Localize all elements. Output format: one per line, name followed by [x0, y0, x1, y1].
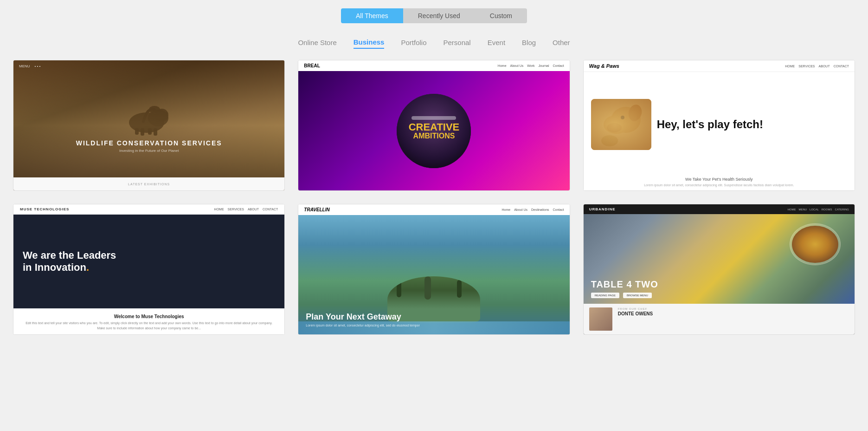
svg-rect-4: [135, 128, 139, 135]
svg-point-13: [626, 103, 643, 123]
muse-headline: We are the Leadersin Innovation.: [23, 249, 116, 274]
urban-chef-image: [589, 307, 612, 331]
urban-bottom: FROM OUR CHEF DONTE OWENS: [584, 304, 855, 334]
creative-line2: AMBITIONS: [409, 132, 460, 140]
travel-nav-contact: Contact: [553, 208, 564, 211]
svg-point-10: [611, 107, 641, 133]
creative-nav-home: Home: [498, 64, 507, 67]
creative-nav-journal: Journal: [539, 64, 549, 67]
cat-portfolio[interactable]: Portfolio: [401, 36, 426, 49]
travel-hero: Plan Your Next Getaway Lorem ipsum dolor…: [298, 215, 569, 334]
travel-content: Plan Your Next Getaway Lorem ipsum dolor…: [306, 312, 420, 327]
wildlife-nav: MENU • • •: [13, 60, 284, 72]
muse-nav-about: ABOUT: [248, 208, 259, 211]
travel-sub: Lorem ipsum dolor sit amet, consectetur …: [306, 324, 420, 327]
category-tab-bar: Online Store Business Portfolio Personal…: [0, 23, 868, 60]
urban-overlay: TABLE 4 TWO READING PAGE BROWSE MENU: [584, 274, 666, 304]
wag-nav: Wag & Paws HOME SERVICES ABOUT CONTACT: [584, 60, 855, 72]
urban-chef-name: DONTE OWENS: [618, 311, 849, 316]
theme-preview-wag: Wag & Paws HOME SERVICES ABOUT CONTACT: [584, 60, 855, 190]
urban-buttons: READING PAGE BROWSE MENU: [591, 293, 658, 298]
urban-nav: URBANDINE HOME MENU LOCAL ROOMS CATERING: [584, 204, 855, 214]
wildlife-nav-dots: • • •: [35, 64, 41, 68]
wag-headline: Hey, let's play fetch!: [657, 118, 847, 131]
wildlife-footer: LATEST EXHIBITIONS: [13, 177, 284, 190]
creative-nav-links: Home About Us Work Journal Contact: [498, 64, 564, 67]
travel-headline: Plan Your Next Getaway: [306, 312, 420, 322]
creative-line1: CREATIVE: [409, 122, 460, 132]
tab-recently-used[interactable]: Recently Used: [403, 8, 475, 23]
creative-nav: BREAL Home About Us Work Journal Contact: [298, 60, 569, 71]
cat-other[interactable]: Other: [553, 36, 570, 49]
tab-all-themes[interactable]: All Themes: [341, 8, 403, 23]
urban-nav-rooms: ROOMS: [822, 208, 832, 211]
urban-nav-menu: MENU: [798, 208, 807, 211]
svg-point-0: [129, 112, 164, 133]
svg-point-11: [604, 115, 630, 134]
cat-online-store[interactable]: Online Store: [298, 36, 336, 49]
theme-card-wag[interactable]: Wag & Paws HOME SERVICES ABOUT CONTACT: [583, 60, 855, 191]
cat-event[interactable]: Event: [488, 36, 505, 49]
travel-nav-home: Home: [502, 208, 511, 211]
muse-footer-content: Welcome to Muse Technologies Edit this t…: [13, 308, 284, 334]
travel-nav-about: About Us: [514, 208, 527, 211]
theme-preview-urban: URBANDINE HOME MENU LOCAL ROOMS CATERING: [584, 204, 855, 334]
urban-nav-links: HOME MENU LOCAL ROOMS CATERING: [787, 208, 849, 211]
theme-preview-travel: TRAVELLIN Home About Us Destinations Con…: [298, 204, 569, 334]
wildlife-title: WILDLIFE CONSERVATION SERVICES: [76, 139, 222, 147]
urban-btn-reading: READING PAGE: [591, 293, 619, 298]
cat-business[interactable]: Business: [354, 36, 385, 49]
urban-nav-local: LOCAL: [810, 208, 819, 211]
urban-table-text: TABLE 4 TWO: [591, 279, 658, 290]
cat-blog[interactable]: Blog: [522, 36, 536, 49]
wag-hero: Hey, let's play fetch!: [584, 72, 855, 177]
svg-point-3: [149, 106, 160, 113]
muse-nav-services: SERVICES: [228, 208, 244, 211]
travel-nav: TRAVELLIN Home About Us Destinations Con…: [298, 204, 569, 215]
svg-point-14: [621, 116, 624, 119]
wag-tagline: We Take Your Pet's Health Seriously: [584, 177, 855, 182]
muse-nav: MUSE TECHNOLOGIES HOME SERVICES ABOUT CO…: [13, 204, 284, 215]
svg-point-2: [155, 109, 168, 122]
wag-dog-image: [591, 99, 651, 150]
muse-nav-links: HOME SERVICES ABOUT CONTACT: [214, 208, 278, 211]
theme-card-creative[interactable]: BREAL Home About Us Work Journal Contact: [298, 60, 570, 191]
muse-footer-text: Edit this text and tell your site visito…: [23, 321, 275, 331]
urban-chef-info: FROM OUR CHEF DONTE OWENS: [618, 307, 849, 331]
creative-nav-work: Work: [527, 64, 534, 67]
wildlife-nav-menu: MENU: [19, 64, 30, 68]
creative-hero: CREATIVE AMBITIONS: [298, 71, 569, 190]
wildlife-subtitle: Investing in the Future of Our Planet: [76, 149, 222, 153]
wag-nav-home: HOME: [785, 65, 795, 68]
urban-chef-label: FROM OUR CHEF: [618, 307, 849, 310]
muse-nav-home: HOME: [214, 208, 224, 211]
muse-footer-title: Welcome to Muse Technologies: [23, 314, 275, 319]
creative-logo: BREAL: [304, 63, 320, 68]
wildlife-text: WILDLIFE CONSERVATION SERVICES Investing…: [76, 139, 222, 153]
svg-rect-5: [141, 128, 144, 136]
wag-nav-links: HOME SERVICES ABOUT CONTACT: [785, 65, 849, 68]
theme-card-urban[interactable]: URBANDINE HOME MENU LOCAL ROOMS CATERING: [583, 204, 855, 335]
urban-nav-home: HOME: [787, 208, 796, 211]
svg-point-12: [607, 123, 622, 132]
tab-custom[interactable]: Custom: [475, 8, 527, 23]
theme-preview-wildlife: MENU • • • WILDLIFE CONSE: [13, 60, 284, 190]
wag-logo: Wag & Paws: [589, 63, 619, 69]
svg-rect-6: [148, 128, 152, 135]
theme-card-travel[interactable]: TRAVELLIN Home About Us Destinations Con…: [298, 204, 570, 335]
svg-rect-9: [591, 99, 651, 150]
theme-card-wildlife[interactable]: MENU • • • WILDLIFE CONSE: [13, 60, 285, 191]
svg-point-8: [162, 111, 168, 116]
wag-nav-contact: CONTACT: [834, 65, 849, 68]
urban-logo: URBANDINE: [589, 207, 616, 211]
urban-btn-browse: BROWSE MENU: [623, 293, 652, 298]
theme-preview-muse: MUSE TECHNOLOGIES HOME SERVICES ABOUT CO…: [13, 204, 284, 334]
theme-card-muse[interactable]: MUSE TECHNOLOGIES HOME SERVICES ABOUT CO…: [13, 204, 285, 335]
svg-point-16: [601, 135, 618, 146]
creative-nav-contact: Contact: [553, 64, 564, 67]
wag-lorem: Lorem ipsum dolor sit amet, consectetur …: [584, 183, 855, 190]
cat-personal[interactable]: Personal: [444, 36, 471, 49]
theme-preview-creative: BREAL Home About Us Work Journal Contact: [298, 60, 569, 190]
muse-nav-contact: CONTACT: [263, 208, 278, 211]
muse-logo: MUSE TECHNOLOGIES: [20, 207, 69, 211]
